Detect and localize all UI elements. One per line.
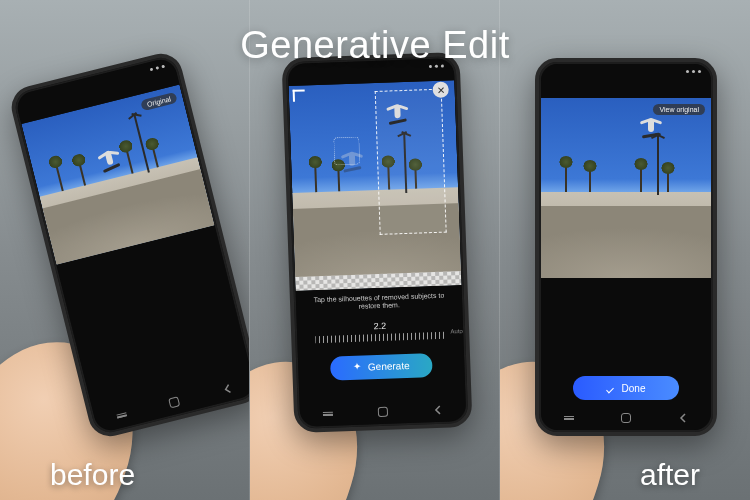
photo-viewer[interactable]: Original [21, 85, 214, 265]
skater-moved-subject[interactable] [382, 98, 413, 129]
nav-recents-icon[interactable] [117, 412, 128, 418]
android-nav-bar [541, 410, 711, 426]
android-nav-bar [300, 401, 466, 423]
generate-button-label: Generate [368, 360, 410, 372]
nav-home-icon[interactable] [621, 413, 631, 423]
skater-subject [636, 112, 666, 142]
phone-device: ✕ Tap the silhouettes of removed subject… [282, 52, 473, 433]
android-nav-bar [94, 375, 250, 430]
crop-corner-handle[interactable] [293, 89, 305, 101]
nav-back-icon[interactable] [678, 409, 688, 427]
caption-after: after [640, 458, 700, 492]
light-pole [657, 135, 659, 195]
comparison-triptych: Original before [0, 0, 750, 500]
nav-back-icon[interactable] [433, 401, 444, 419]
palm-tree [640, 164, 642, 192]
palm-tree [667, 168, 669, 192]
palm-tree [589, 166, 591, 192]
generate-button[interactable]: Generate [329, 353, 433, 381]
scene-skate-ramp [541, 206, 711, 278]
status-bar [541, 64, 711, 78]
rotation-angle-value: 2.2 [373, 321, 386, 331]
palm-tree [565, 162, 567, 192]
panel-editing: ✕ Tap the silhouettes of removed subject… [250, 0, 500, 500]
check-icon [607, 383, 617, 393]
sparkle-icon [353, 362, 363, 372]
nav-recents-icon[interactable] [323, 412, 333, 416]
done-button[interactable]: Done [573, 376, 678, 400]
ruler-ticks[interactable]: Auto [315, 331, 445, 343]
caption-before: before [50, 458, 135, 492]
nav-recents-icon[interactable] [564, 416, 574, 420]
phone-screen: ✕ Tap the silhouettes of removed subject… [288, 58, 467, 427]
skater-original-position[interactable] [337, 145, 368, 176]
nav-home-icon[interactable] [169, 396, 181, 408]
photo-result-viewer[interactable]: View original [541, 98, 711, 278]
feature-title: Generative Edit [240, 24, 509, 67]
done-button-label: Done [622, 383, 646, 394]
nav-back-icon[interactable] [220, 379, 234, 399]
rotation-ruler[interactable]: 2.2 Auto [297, 318, 464, 344]
phone-device: View original Done [535, 58, 717, 436]
auto-straighten-label[interactable]: Auto [450, 328, 463, 334]
panel-after: View original Done after [500, 0, 750, 500]
view-original-button[interactable]: View original [653, 104, 705, 115]
nav-home-icon[interactable] [378, 407, 388, 417]
instruction-text: Tap the silhouettes of removed subjects … [296, 291, 462, 314]
phone-screen: View original Done [541, 64, 711, 430]
generative-edit-canvas[interactable]: ✕ [288, 80, 461, 291]
panel-before: Original before [0, 0, 250, 500]
